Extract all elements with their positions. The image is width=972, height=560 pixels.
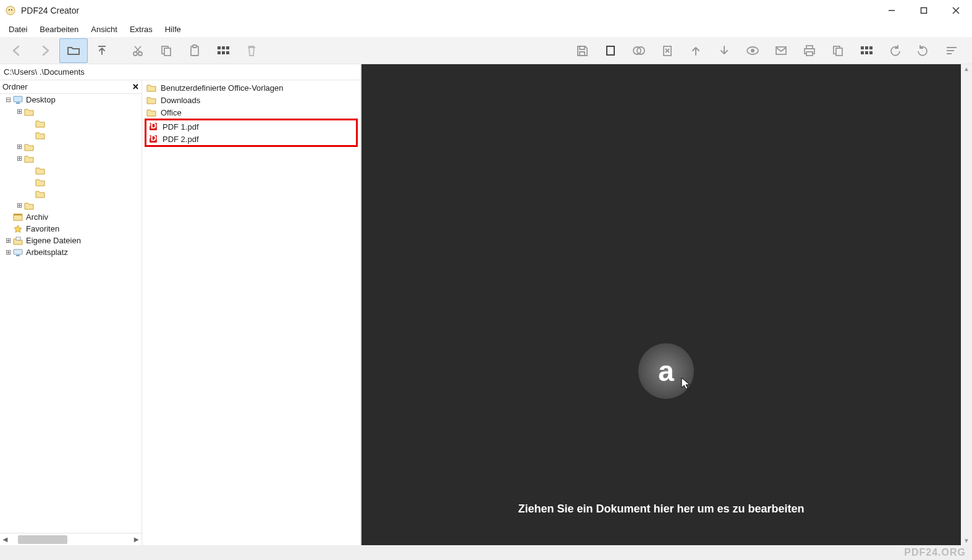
folder-icon: [12, 95, 23, 105]
list-item[interactable]: Downloads: [145, 94, 358, 106]
svg-rect-20: [222, 51, 225, 54]
tree-node[interactable]: [0, 129, 142, 141]
move-down-button[interactable]: [710, 38, 738, 63]
tree-expander-icon[interactable]: ⊞: [4, 248, 12, 256]
svg-text:PDF: PDF: [149, 122, 158, 130]
rotate-left-button[interactable]: [881, 38, 909, 63]
page-button[interactable]: [596, 38, 625, 63]
tree-expander-icon[interactable]: [26, 132, 35, 139]
tree-expander-icon[interactable]: ⊞: [15, 143, 23, 151]
svg-rect-37: [865, 46, 868, 49]
list-item[interactable]: Office: [145, 106, 358, 119]
menu-extras[interactable]: Extras: [124, 22, 159, 36]
tree-node[interactable]: ⊟Desktop: [0, 94, 142, 106]
svg-rect-48: [14, 214, 22, 215]
tree-node[interactable]: ⊞: [0, 106, 142, 117]
tree-node[interactable]: [0, 188, 142, 199]
scroll-thumb[interactable]: [18, 535, 67, 544]
cursor-icon: [680, 377, 691, 390]
tree-node[interactable]: ⊞: [0, 141, 142, 153]
browse-folder-button[interactable]: [59, 38, 88, 63]
tree-node[interactable]: ⊞Eigene Dateien: [0, 235, 142, 246]
folder-tree[interactable]: ⊟Desktop⊞ ⊞⊞ ⊞ Archiv Favoriten⊞Eigene D…: [0, 94, 142, 258]
scroll-right-icon[interactable]: ►: [132, 535, 140, 544]
file-list[interactable]: Benutzerdefinierte Office-VorlagenDownlo…: [145, 81, 358, 147]
menu-datei[interactable]: Datei: [2, 22, 33, 36]
tree-expander-icon[interactable]: [26, 167, 35, 174]
tree-expander-icon[interactable]: [26, 178, 35, 186]
tree-expander-icon[interactable]: ⊞: [4, 236, 12, 244]
close-button[interactable]: [940, 0, 972, 21]
print-button[interactable]: [795, 38, 824, 63]
menu-bearbeiten[interactable]: Bearbeiten: [33, 22, 85, 36]
folder-tree-close-icon[interactable]: ✕: [132, 82, 139, 91]
merge-button[interactable]: [625, 38, 653, 63]
list-item[interactable]: PDFPDF 1.pdf: [146, 120, 356, 133]
copy-button[interactable]: [152, 38, 180, 63]
cut-button[interactable]: [124, 38, 152, 63]
tree-node[interactable]: Archiv: [0, 211, 142, 223]
toolbar: [0, 37, 972, 64]
tree-expander-icon[interactable]: [26, 120, 35, 127]
up-folder-button[interactable]: [88, 38, 116, 63]
file-list-pane: Benutzerdefinierte Office-VorlagenDownlo…: [142, 80, 360, 545]
folder-icon: [12, 236, 23, 246]
tree-expander-icon[interactable]: ⊞: [15, 107, 23, 115]
path-bar[interactable]: C:\Users\ .\Documents: [0, 64, 360, 80]
folder-icon: [23, 154, 35, 164]
scroll-up-icon[interactable]: ▲: [963, 65, 970, 72]
pdf-icon: PDF: [148, 134, 159, 144]
move-up-button[interactable]: [682, 38, 710, 63]
folder-icon: [23, 142, 35, 152]
folder-icon: [146, 95, 157, 105]
list-item[interactable]: PDFPDF 2.pdf: [146, 133, 356, 145]
tree-node[interactable]: ⊞Arbeitsplatz: [0, 246, 142, 258]
tree-expander-icon[interactable]: [26, 190, 35, 198]
svg-rect-33: [806, 52, 813, 56]
drop-hint-text: Ziehen Sie ein Dokument hier her um es z…: [361, 503, 961, 516]
paste-button[interactable]: [180, 38, 209, 63]
menu-ansicht[interactable]: Ansicht: [85, 22, 124, 36]
tree-node[interactable]: ⊞: [0, 199, 142, 211]
tree-node[interactable]: Favoriten: [0, 223, 142, 235]
tree-node[interactable]: [0, 176, 142, 188]
tree-expander-icon[interactable]: ⊞: [15, 201, 23, 209]
mail-button[interactable]: [767, 38, 795, 63]
minimize-button[interactable]: [876, 0, 908, 21]
svg-rect-39: [861, 51, 864, 54]
tree-expander-icon[interactable]: ⊟: [4, 96, 12, 104]
svg-rect-46: [16, 102, 20, 104]
preview-scrollbar[interactable]: ▲ ▼: [961, 64, 972, 545]
list-item[interactable]: Benutzerdefinierte Office-Vorlagen: [145, 81, 358, 94]
rotate-right-button[interactable]: [909, 38, 937, 63]
folder-icon: [35, 177, 46, 187]
tree-expander-icon[interactable]: [4, 225, 12, 233]
maximize-button[interactable]: [908, 0, 940, 21]
save-button[interactable]: [568, 38, 596, 63]
scroll-left-icon[interactable]: ◄: [1, 535, 9, 544]
tree-node[interactable]: [0, 117, 142, 129]
nav-forward-button[interactable]: [31, 38, 59, 63]
tree-expander-icon[interactable]: [4, 214, 12, 221]
folder-icon: [146, 83, 157, 93]
remove-page-button[interactable]: [653, 38, 682, 63]
tree-node-label: Eigene Dateien: [26, 236, 81, 245]
preview-button[interactable]: [738, 38, 767, 63]
highlighted-selection: PDFPDF 1.pdfPDFPDF 2.pdf: [145, 119, 358, 147]
sort-button[interactable]: [937, 38, 966, 63]
menu-hilfe[interactable]: Hilfe: [159, 22, 187, 36]
tree-node[interactable]: ⊞: [0, 153, 142, 164]
grid-view-button[interactable]: [209, 38, 237, 63]
preview-pane: a Ziehen Sie ein Dokument hier her um es…: [361, 64, 972, 545]
tree-expander-icon[interactable]: ⊞: [15, 154, 23, 162]
scroll-down-icon[interactable]: ▼: [963, 537, 970, 544]
folder-icon: [35, 119, 46, 128]
tree-node[interactable]: [0, 164, 142, 176]
folder-tree-scrollbar[interactable]: ◄ ►: [0, 533, 142, 545]
nav-back-button[interactable]: [2, 38, 31, 63]
export-button[interactable]: [824, 38, 852, 63]
preview-drop-area[interactable]: a Ziehen Sie ein Dokument hier her um es…: [361, 64, 961, 545]
thumbnails-button[interactable]: [852, 38, 881, 63]
delete-button[interactable]: [237, 38, 266, 63]
path-text: C:\Users\ .\Documents: [4, 67, 85, 77]
